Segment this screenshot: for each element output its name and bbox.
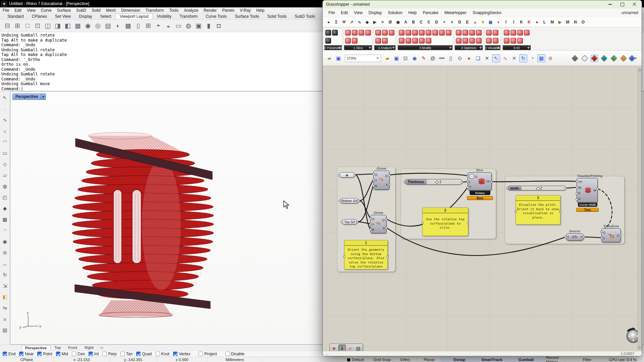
maximize-viewport-icon[interactable]: ◓ [154,21,163,31]
expand-group-icon[interactable] [479,46,482,49]
component-tab[interactable]: I [510,18,518,26]
component-icon[interactable] [439,30,445,36]
rhino-menu-item[interactable]: SubD [73,8,89,13]
component-tab[interactable]: + [440,18,448,26]
gh-menu-item[interactable]: Edit [338,10,351,15]
status-field[interactable]: Osnap [441,357,478,362]
component-icon[interactable] [486,38,492,44]
paint-bucket-icon[interactable]: ◧ [1,294,9,300]
component-tab[interactable]: ● [325,18,332,26]
component-tab[interactable]: Ψ [340,18,348,26]
mirror-icon[interactable]: ⇋ [1,305,9,311]
component-icon[interactable] [412,38,418,44]
osnap-toggle[interactable]: Int [89,352,99,356]
toolbar-tab[interactable]: Solid Tools [263,14,291,19]
component-tab[interactable]: ♦ [494,18,502,26]
toolbar-tab[interactable]: Viewport Layout [115,13,153,19]
floating-viewport-icon[interactable]: ◫ [43,21,52,31]
status-field[interactable]: CPU use: 0.4 % [609,357,637,362]
wire-style-icon[interactable]: ∿ [501,54,509,62]
component-group-label[interactable]: 6 IO [503,45,531,50]
solid-icon[interactable]: ◆ [1,205,9,212]
transform-component[interactable]: Transform G T ↷ G [601,228,621,242]
component-icon[interactable] [463,38,468,44]
grasshopper-titlebar[interactable]: Grasshopper - unnamed [323,0,642,8]
component-tab[interactable]: ▣ [487,18,494,26]
component-icon[interactable] [365,30,371,36]
display-mode-icon[interactable]: ▩ [123,21,133,31]
component-icon[interactable] [469,30,475,36]
slice-mode-tag[interactable]: Rotary [470,191,490,195]
osnap-checkbox[interactable] [120,352,125,356]
gem-green-icon[interactable] [610,55,618,62]
loop-icon[interactable]: ↻ [519,54,527,62]
expand-group-icon[interactable] [527,46,530,49]
zoom-level-select[interactable]: 170% [345,55,381,62]
arc-icon[interactable]: ◠ [1,139,9,145]
rhino-menu-item[interactable]: Transform [143,8,166,13]
osnap-toggle[interactable]: Near [19,352,34,356]
component-icon[interactable] [476,38,482,44]
named-views-icon[interactable]: ▭ [174,21,183,31]
status-field[interactable]: z 0.000 [157,357,207,362]
component-icon[interactable] [406,30,411,36]
note-panel-1[interactable]: 1 Orient the geometry using the bottom s… [344,240,388,269]
component-icon[interactable] [412,30,418,36]
component-tab[interactable]: × [379,18,386,26]
component-tab[interactable]: ◆ [363,18,371,26]
curve-icon[interactable]: ∿ [1,117,9,123]
gem-blue-icon[interactable] [630,55,637,62]
component-icon[interactable] [325,38,331,44]
selection-arrow-icon[interactable]: ↖ [492,54,500,62]
script-icon[interactable]: ▯ [447,54,455,62]
gha-loader-icon[interactable]: GHA [438,54,446,62]
viewport-title[interactable]: Perspective [12,94,41,100]
grasshopper-canvas[interactable]: ◈ Orient G A B ↷ G X Bottom Srf Orient [323,66,642,352]
osnap-checkbox[interactable] [173,352,177,356]
status-field[interactable]: Planar [417,357,441,362]
component-tab[interactable]: O [579,18,587,26]
copy-view-icon[interactable]: ◒ [164,21,173,31]
component-icon[interactable] [382,30,388,36]
toolbar-tab[interactable]: Curve Tools [202,14,231,19]
circle-icon[interactable]: ○ [1,128,9,134]
osnap-checkbox[interactable] [199,352,203,356]
component-tab[interactable]: ▲ [471,18,479,26]
cancel-icon[interactable]: ⊘ [546,54,554,62]
toolbar-tab[interactable]: Display [75,14,96,19]
canvas-scrollbar[interactable] [638,68,641,350]
osnap-toggle[interactable]: Project [199,352,217,356]
point-icon[interactable]: ∙ [1,106,9,112]
page-layout-icon[interactable]: ▯ [133,21,143,31]
component-tab[interactable]: † [502,18,510,26]
component-tab[interactable]: ◉ [394,18,402,26]
status-field[interactable]: Gumball [506,357,546,362]
surface-icon[interactable]: ▱ [1,172,9,179]
component-tab[interactable]: C [425,18,433,26]
command-prompt[interactable]: Command: [1,86,21,92]
rhino-menu-item[interactable]: Curve [38,8,54,13]
gh-blob-icon[interactable]: ● [346,345,354,352]
polygon-icon[interactable]: ◇ [1,161,9,168]
rectangle-icon[interactable]: ▭ [1,150,9,157]
viewport-tab[interactable]: Front [65,345,80,350]
toolbar-tab[interactable]: SubD Tools [291,14,319,19]
osnap-toggle[interactable]: Knot [156,352,170,356]
expand-group-icon[interactable] [338,46,341,49]
gh-menu-item[interactable]: File [325,10,338,15]
mesh-icon[interactable]: ▦ [1,216,9,223]
osnap-toggle[interactable]: Cen [72,352,85,356]
component-tab[interactable]: E [464,18,471,26]
component-icon[interactable] [511,30,516,36]
slice-component[interactable]: Slice ↓G t T TP Rotary 8ms [468,172,492,190]
component-tab[interactable]: M [548,18,556,26]
geometry-param[interactable]: ◈ [339,172,355,178]
bag-icon[interactable]: ● [465,54,473,62]
gh-menu-item[interactable]: View [351,10,366,15]
gem-dark-icon[interactable] [571,55,579,62]
visualize-printing-component[interactable]: VisualizePrinting TP W S D M Corner Widt… [577,178,598,202]
osnap-checkbox[interactable] [225,352,230,356]
osnap-toggle[interactable]: Quad [136,352,152,356]
osnap-toggle[interactable]: End [3,352,15,356]
close-button[interactable] [628,0,640,8]
